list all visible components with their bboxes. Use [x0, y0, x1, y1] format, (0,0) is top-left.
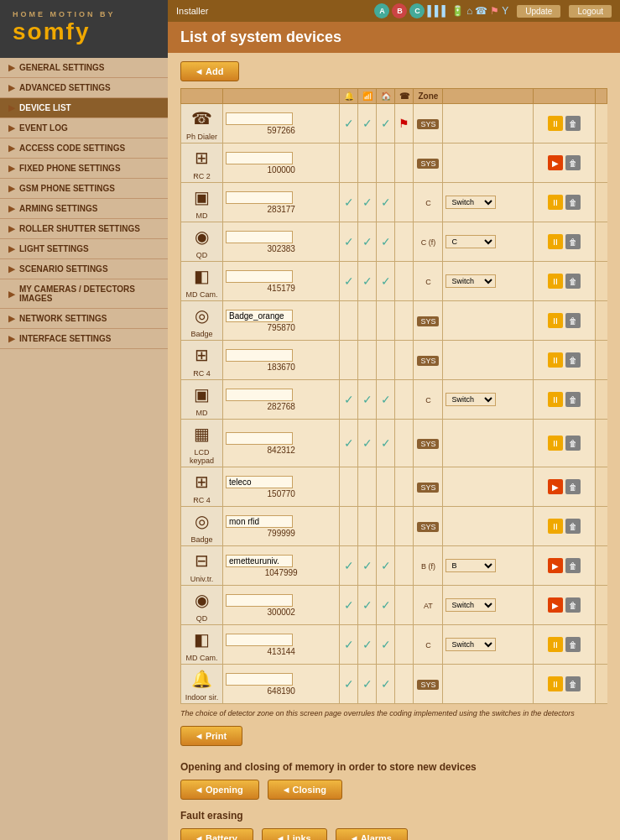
check-c3[interactable]: ✓ [377, 262, 395, 301]
play-button[interactable]: ▶ [548, 155, 563, 170]
check-c3[interactable] [377, 143, 395, 183]
sidebar-item-network-settings[interactable]: ▶NETWORK SETTINGS [0, 309, 168, 329]
play-button[interactable]: ▶ [548, 597, 563, 613]
check-c3[interactable]: ✓ [377, 222, 395, 262]
delete-button[interactable]: 🗑 [565, 676, 581, 691]
delete-button[interactable]: 🗑 [565, 436, 581, 451]
device-name-input[interactable] [226, 594, 293, 607]
pause-button[interactable]: ⏸ [548, 519, 563, 534]
pause-button[interactable]: ⏸ [548, 392, 563, 407]
delete-button[interactable]: 🗑 [565, 195, 581, 210]
switch-select[interactable]: C [445, 235, 496, 248]
sidebar-item-interface-settings[interactable]: ▶INTERFACE SETTINGS [0, 329, 168, 349]
opening-button[interactable]: Opening [180, 780, 259, 800]
check-c2[interactable]: ✓ [358, 665, 377, 704]
check-c2[interactable] [358, 301, 377, 341]
sidebar-item-access-code-settings[interactable]: ▶ACCESS CODE SETTINGS [0, 138, 168, 159]
sidebar-item-fixed-phone-settings[interactable]: ▶FIXED PHONE SETTINGS [0, 159, 168, 179]
check-c1[interactable] [340, 341, 358, 380]
delete-button[interactable]: 🗑 [565, 479, 581, 494]
check-c3[interactable]: ✓ [377, 546, 395, 586]
check-c3[interactable]: ✓ [377, 586, 395, 625]
check-c2[interactable]: ✓ [358, 625, 377, 665]
play-button[interactable]: ▶ [548, 479, 563, 494]
switch-select[interactable]: Switch [445, 638, 496, 651]
logout-button[interactable]: Logout [569, 5, 612, 18]
battery-button[interactable]: Battery [180, 828, 253, 840]
delete-button[interactable]: 🗑 [565, 519, 581, 534]
device-name-input[interactable] [226, 673, 293, 686]
check-c2[interactable]: ✓ [358, 183, 377, 222]
check-c1[interactable]: ✓ [340, 586, 358, 625]
check-c3[interactable]: ✓ [377, 420, 395, 467]
check-c3[interactable]: ✓ [377, 380, 395, 420]
check-c1[interactable]: ✓ [340, 262, 358, 301]
check-c2[interactable]: ✓ [358, 420, 377, 467]
pause-button[interactable]: ⏸ [548, 234, 563, 249]
check-c1[interactable]: ✓ [340, 222, 358, 262]
check-c3[interactable]: ✓ [377, 665, 395, 704]
device-name-input[interactable] [226, 270, 293, 283]
check-c2[interactable]: ✓ [358, 586, 377, 625]
pause-button[interactable]: ⏸ [548, 274, 563, 289]
delete-button[interactable]: 🗑 [565, 155, 581, 170]
check-c1[interactable] [340, 143, 358, 183]
device-name-input[interactable] [226, 515, 293, 528]
switch-select[interactable]: Switch [445, 196, 496, 209]
check-c2[interactable]: ✓ [358, 222, 377, 262]
delete-button[interactable]: 🗑 [565, 558, 581, 573]
sidebar-item-scenario-settings[interactable]: ▶SCENARIO SETTINGS [0, 259, 168, 279]
check-c1[interactable]: ✓ [340, 665, 358, 704]
check-c2[interactable]: ✓ [358, 546, 377, 586]
check-c1[interactable]: ✓ [340, 380, 358, 420]
delete-button[interactable]: 🗑 [565, 352, 581, 368]
check-c3[interactable]: ✓ [377, 183, 395, 222]
sidebar-item-device-list[interactable]: ▶DEVICE LIST [0, 98, 168, 118]
check-c2[interactable]: ✓ [358, 380, 377, 420]
pause-button[interactable]: ⏸ [548, 436, 563, 451]
pause-button[interactable]: ⏸ [548, 116, 563, 131]
check-c1[interactable] [340, 507, 358, 546]
pause-button[interactable]: ⏸ [548, 676, 563, 691]
print-button[interactable]: Print [180, 726, 242, 746]
sidebar-item-advanced-settings[interactable]: ▶ADVANCED SETTINGS [0, 78, 168, 98]
play-button[interactable]: ▶ [548, 558, 563, 573]
device-name-input[interactable] [226, 555, 293, 567]
pause-button[interactable]: ⏸ [548, 352, 563, 368]
device-name-input[interactable] [226, 349, 293, 362]
check-c1[interactable]: ✓ [340, 104, 358, 143]
alarms-button[interactable]: Alarms [336, 828, 408, 840]
sidebar-item-light-settings[interactable]: ▶LIGHT SETTINGS [0, 239, 168, 259]
links-button[interactable]: Links [262, 828, 327, 840]
device-name-input[interactable] [226, 310, 293, 322]
device-name-input[interactable] [226, 634, 293, 646]
delete-button[interactable]: 🗑 [565, 313, 581, 328]
check-c3[interactable] [377, 507, 395, 546]
check-c1[interactable] [340, 301, 358, 341]
switch-select[interactable]: Switch [445, 393, 496, 406]
check-c2[interactable]: ✓ [358, 262, 377, 301]
add-button[interactable]: Add [180, 61, 239, 81]
check-c3[interactable]: ✓ [377, 625, 395, 665]
check-c2[interactable] [358, 507, 377, 546]
delete-button[interactable]: 🗑 [565, 597, 581, 613]
sidebar-item-roller-shutter-settings[interactable]: ▶ROLLER SHUTTER SETTINGS [0, 219, 168, 239]
update-button[interactable]: Update [517, 5, 560, 18]
check-c1[interactable] [340, 467, 358, 507]
device-name-input[interactable] [226, 152, 293, 164]
device-name-input[interactable] [226, 191, 293, 204]
check-c1[interactable]: ✓ [340, 183, 358, 222]
pause-button[interactable]: ⏸ [548, 195, 563, 210]
delete-button[interactable]: 🗑 [565, 637, 581, 652]
device-name-input[interactable] [226, 389, 293, 401]
pause-button[interactable]: ⏸ [548, 313, 563, 328]
switch-select[interactable]: Switch [445, 598, 496, 612]
delete-button[interactable]: 🗑 [565, 116, 581, 131]
device-name-input[interactable] [226, 476, 293, 488]
check-c3[interactable]: ✓ [377, 104, 395, 143]
delete-button[interactable]: 🗑 [565, 392, 581, 407]
check-c2[interactable] [358, 143, 377, 183]
check-c2[interactable] [358, 341, 377, 380]
check-c1[interactable]: ✓ [340, 420, 358, 467]
device-name-input[interactable] [226, 432, 293, 445]
